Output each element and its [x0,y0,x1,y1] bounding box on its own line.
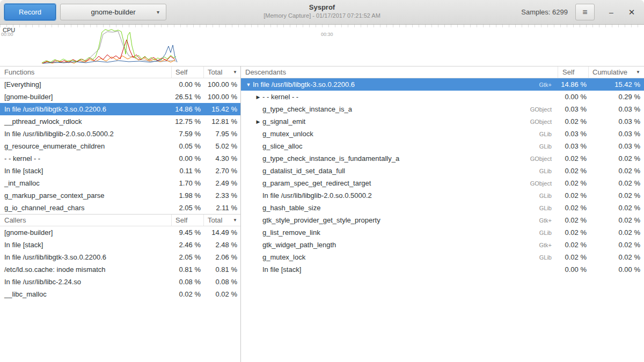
descendant-name: g_param_spec_get_redirect_target [262,179,530,187]
table-row[interactable]: - - kernel - - 0.00 % 4.30 % [0,152,240,165]
table-row[interactable]: In file /usr/lib/libglib-2.0.so.0.5000.2… [241,189,644,202]
callers-column-header[interactable]: Callers [0,215,172,226]
callers-self-column-header[interactable]: Self [172,215,204,226]
total-percent: 7.95 % [204,130,240,138]
table-row[interactable]: [Everything] 0.00 % 100.00 % [0,78,240,91]
self-column-label: Self [175,68,187,76]
descendants-header-row: Descendants Self Cumulative ▼ [241,66,644,78]
functions-self-column-header[interactable]: Self [172,67,204,78]
table-row[interactable]: _int_malloc 1.70 % 2.49 % [0,177,240,189]
cumulative-percent: 0.03 % [589,105,644,113]
expander-icon[interactable]: ▶ [254,119,262,124]
table-row[interactable]: In file /usr/lib/libgtk-3.so.0.2200.6 2.… [0,251,240,263]
table-row[interactable]: gtk_widget_path_length Gtk+ 0.02 % 0.02 … [241,239,644,251]
total-percent: 5.02 % [204,142,240,150]
function-name: [Everything] [0,80,172,88]
cumulative-percent: 0.02 % [589,179,644,187]
table-row[interactable]: ▶ - - kernel - - 0.00 % 0.29 % [241,91,644,103]
library-tag: GLib [539,168,552,174]
self-percent: 0.00 % [558,265,589,274]
menu-button[interactable]: ≡ [575,4,595,20]
self-percent: 0.03 % [558,130,589,138]
expander-expanded-icon[interactable]: ▼ [244,82,253,87]
table-row[interactable]: g_datalist_id_set_data_full GLib 0.02 % … [241,165,644,177]
table-row[interactable]: g_resource_enumerate_children 0.05 % 5.0… [0,140,240,152]
callers-total-column-header[interactable]: Total ▼ [204,215,240,226]
table-row[interactable]: g_mutex_lock GLib 0.02 % 0.02 % [241,251,644,263]
cumulative-percent: 0.03 % [589,130,644,138]
total-percent: 2.48 % [204,241,240,249]
sysprof-window: Record gnome-builder ▾ Sysprof [Memory C… [0,0,644,362]
descendant-name: gtk_style_provider_get_style_property [262,216,539,224]
table-row[interactable]: In file /usr/lib/libglib-2.0.so.0.5000.2… [0,128,240,140]
descendant-name: In file /usr/lib/libgtk-3.so.0.2200.6 [253,80,539,88]
table-row[interactable]: In file /usr/lib/libc-2.24.so 0.08 % 0.0… [0,276,240,288]
main-content: Functions Self Total ▼ [Everything] 0.00… [0,66,644,362]
self-percent: 0.81 % [172,265,204,274]
cpu-graph-area[interactable]: CPU 00:00 00:30 [0,25,644,66]
cumulative-percent: 15.42 % [589,80,644,88]
self-percent: 12.75 % [172,117,204,125]
table-row[interactable]: In file /usr/lib/libgtk-3.so.0.2200.6 14… [0,103,240,115]
table-row[interactable]: g_param_spec_get_redirect_target GObject… [241,177,644,189]
table-row[interactable]: [gnome-builder] 9.45 % 14.49 % [0,226,240,239]
table-row[interactable]: ▶ g_signal_emit GObject 0.02 % 0.03 % [241,115,644,128]
library-tag: GLib [539,193,552,199]
function-name: In file /usr/lib/libglib-2.0.so.0.5000.2 [0,130,172,138]
self-percent: 9.45 % [172,228,204,237]
self-percent: 26.51 % [172,93,204,101]
table-row[interactable]: g_mutex_unlock GLib 0.03 % 0.03 % [241,128,644,140]
table-row[interactable]: In file [stack] 0.11 % 2.70 % [0,165,240,177]
function-name: In file /usr/lib/libgtk-3.so.0.2200.6 [0,253,172,261]
header-right-controls: Samples: 6299 ≡ – ✕ [521,4,640,20]
descendants-column-header[interactable]: Descendants [241,67,558,78]
self-percent: 0.02 % [558,228,589,237]
minimize-button[interactable]: – [603,4,619,20]
table-row[interactable]: gtk_style_provider_get_style_property Gt… [241,214,644,226]
descendants-self-column-header[interactable]: Self [558,67,589,78]
table-row[interactable]: g_markup_parse_context_parse 1.98 % 2.33… [0,189,240,202]
functions-column-header[interactable]: Functions [0,67,172,78]
table-row[interactable]: g_list_remove_link GLib 0.02 % 0.02 % [241,226,644,239]
descendant-name: g_mutex_lock [262,253,539,261]
table-row[interactable]: /etc/ld.so.cache: inode mismatch 0.81 % … [0,263,240,276]
table-row[interactable]: __pthread_rwlock_rdlock 12.75 % 12.81 % [0,115,240,128]
table-row[interactable]: g_io_channel_read_chars 2.05 % 2.11 % [0,202,240,214]
cumulative-percent: 0.02 % [589,204,644,212]
functions-column-label: Functions [4,68,34,76]
right-pane: Descendants Self Cumulative ▼ ▼ In file … [241,66,644,362]
table-row[interactable]: g_type_check_instance_is_a GObject 0.03 … [241,103,644,115]
table-row[interactable]: [gnome-builder] 26.51 % 100.00 % [0,91,240,103]
expander-icon[interactable]: ▶ [254,94,262,100]
total-percent: 2.33 % [204,191,240,200]
record-button[interactable]: Record [4,4,56,20]
functions-total-column-header[interactable]: Total ▼ [204,67,240,78]
descendants-table-body: ▼ In file /usr/lib/libgtk-3.so.0.2200.6 … [241,78,644,276]
table-row[interactable]: __libc_malloc 0.02 % 0.02 % [0,288,240,300]
total-percent: 12.81 % [204,117,240,125]
table-row[interactable]: In file [stack] 0.00 % 0.00 % [241,263,644,276]
library-tag: GLib [539,230,552,236]
function-name: _int_malloc [0,179,172,187]
library-tag: Gtk+ [539,217,552,224]
headerbar: Record gnome-builder ▾ Sysprof [Memory C… [0,0,644,25]
total-percent: 2.11 % [204,204,240,212]
table-row[interactable]: In file [stack] 2.46 % 2.48 % [0,239,240,251]
self-percent: 0.02 % [558,191,589,200]
total-percent: 0.02 % [204,290,240,298]
table-row[interactable]: g_slice_alloc GLib 0.03 % 0.03 % [241,140,644,152]
table-row[interactable]: g_hash_table_size GLib 0.02 % 0.02 % [241,202,644,214]
process-selector-label: gnome-builder [91,8,135,16]
cumulative-percent: 0.02 % [589,253,644,261]
table-row[interactable]: g_type_check_instance_is_fundamentally_a… [241,152,644,165]
close-button[interactable]: ✕ [624,4,640,20]
descendants-selected-row[interactable]: ▼ In file /usr/lib/libgtk-3.so.0.2200.6 … [241,78,644,91]
descendants-cumulative-column-header[interactable]: Cumulative ▼ [589,67,644,78]
descendant-name: g_datalist_id_set_data_full [262,167,539,175]
self-percent: 0.05 % [172,142,204,150]
timeline-start-label: 00:00 [1,32,13,37]
descendant-name: g_signal_emit [262,117,530,125]
function-name: In file [stack] [0,167,172,175]
process-selector-dropdown[interactable]: gnome-builder ▾ [60,4,166,20]
self-percent: 14.86 % [558,80,589,88]
